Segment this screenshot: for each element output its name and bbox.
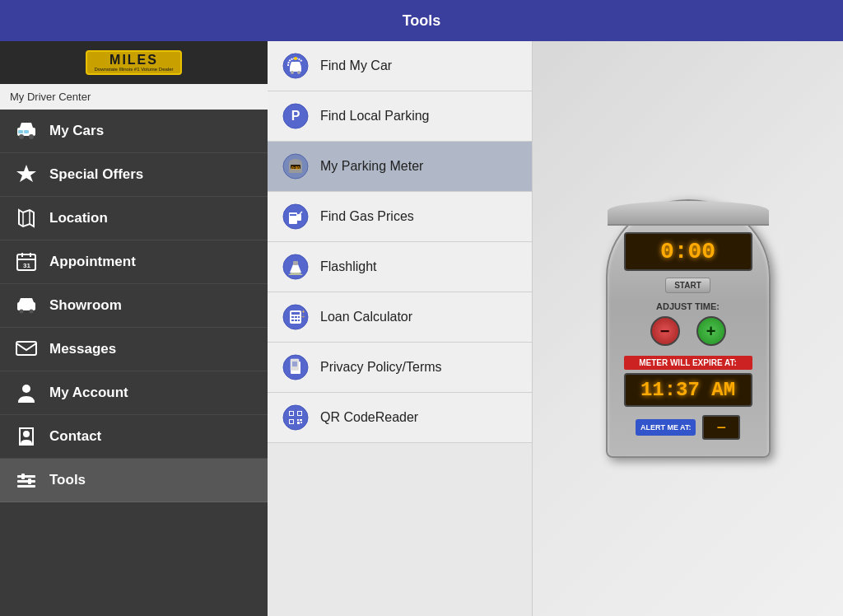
svg-rect-57 bbox=[291, 359, 299, 371]
sidebar-item-contact[interactable]: Contact bbox=[0, 415, 268, 459]
star-icon bbox=[13, 161, 40, 188]
qr-icon bbox=[281, 403, 310, 432]
meter-time-display: 0:00 bbox=[624, 232, 752, 271]
svg-rect-18 bbox=[16, 342, 36, 355]
menu-label-flashlight: Flashlight bbox=[320, 259, 376, 274]
calc-icon: + ÷ bbox=[281, 302, 310, 332]
svg-point-29 bbox=[297, 71, 300, 74]
minus-button[interactable]: − bbox=[650, 316, 680, 346]
person-icon bbox=[13, 380, 40, 406]
svg-rect-21 bbox=[17, 475, 35, 478]
svg-rect-52 bbox=[298, 320, 300, 321]
svg-point-16 bbox=[20, 310, 24, 314]
header-title: Tools bbox=[403, 12, 441, 30]
menu-label-loan-calculator: Loan Calculator bbox=[320, 310, 412, 324]
svg-point-20 bbox=[23, 431, 30, 437]
sidebar-item-tools[interactable]: Tools bbox=[0, 459, 268, 502]
svg-point-28 bbox=[291, 71, 294, 74]
menu-label-privacy-policy: Privacy Policy/Terms bbox=[320, 360, 442, 375]
start-button[interactable]: START bbox=[665, 278, 710, 293]
svg-rect-70 bbox=[297, 422, 300, 424]
sidebar-label-location: Location bbox=[49, 210, 108, 226]
svg-rect-40 bbox=[297, 214, 301, 221]
sidebar-label-messages: Messages bbox=[49, 341, 116, 357]
sidebar-item-appointment[interactable]: 31 Appointment bbox=[0, 240, 268, 284]
sidebar-item-my-account[interactable]: My Account bbox=[0, 371, 268, 415]
parking-meter: 0:00 START ADJUST TIME: − + METER WILL E… bbox=[606, 199, 771, 458]
menu-item-loan-calculator[interactable]: + ÷ Loan Calculator bbox=[268, 292, 532, 343]
meter-top bbox=[608, 201, 769, 226]
svg-rect-49 bbox=[298, 316, 300, 318]
svg-rect-5 bbox=[24, 130, 29, 133]
menu-item-find-gas-prices[interactable]: Find Gas Prices bbox=[268, 192, 532, 242]
svg-rect-67 bbox=[290, 420, 293, 423]
menu-item-flashlight[interactable]: Flashlight bbox=[268, 242, 532, 292]
expire-time-display: 11:37 AM bbox=[624, 373, 752, 407]
parking-icon: P bbox=[281, 101, 310, 131]
svg-rect-23 bbox=[17, 485, 35, 488]
plus-button[interactable]: + bbox=[696, 316, 726, 346]
menu-label-my-parking-meter: My Parking Meter bbox=[320, 159, 423, 174]
svg-marker-6 bbox=[16, 165, 36, 182]
svg-point-61 bbox=[283, 405, 308, 430]
svg-marker-15 bbox=[19, 298, 34, 302]
svg-rect-68 bbox=[297, 419, 299, 421]
svg-rect-65 bbox=[298, 412, 301, 415]
svg-point-19 bbox=[22, 385, 30, 393]
gas-icon bbox=[281, 202, 310, 231]
menu-label-qr-code: QR CodeReader bbox=[320, 410, 418, 425]
menu-item-qr-code[interactable]: QR CodeReader bbox=[268, 393, 532, 443]
svg-marker-1 bbox=[20, 123, 33, 128]
svg-text:31: 31 bbox=[23, 262, 30, 269]
showroom-icon bbox=[13, 292, 40, 319]
flashlight-icon bbox=[281, 252, 310, 282]
sidebar: MILES Downstate Illinois #1 Volume Deale… bbox=[0, 41, 268, 616]
logo-miles-text: MILES bbox=[109, 54, 158, 67]
sidebar-item-messages[interactable]: Messages bbox=[0, 328, 268, 371]
menu-item-privacy-policy[interactable]: Privacy Policy/Terms bbox=[268, 343, 532, 393]
svg-text:P: P bbox=[291, 109, 300, 123]
menu-item-my-parking-meter[interactable]: 0:00 My Parking Meter bbox=[268, 142, 532, 192]
svg-rect-27 bbox=[290, 67, 301, 72]
alert-me-at-button[interactable]: ALERT ME AT: bbox=[636, 419, 696, 436]
svg-rect-24 bbox=[21, 474, 25, 479]
my-driver-center-label: My Driver Center bbox=[0, 84, 268, 110]
menu-label-find-local-parking: Find Local Parking bbox=[320, 109, 430, 124]
header: Tools bbox=[0, 0, 843, 41]
svg-rect-51 bbox=[295, 320, 297, 321]
svg-rect-50 bbox=[291, 320, 294, 321]
adjust-buttons-group: − + bbox=[624, 316, 752, 346]
menu-item-find-my-car[interactable]: Find My Car bbox=[268, 41, 532, 91]
sidebar-label-showroom: Showroom bbox=[49, 297, 122, 314]
svg-rect-43 bbox=[293, 261, 298, 265]
sidebar-label-appointment: Appointment bbox=[49, 254, 136, 270]
sidebar-label-tools: Tools bbox=[49, 472, 86, 488]
expire-time-value: 11:37 AM bbox=[640, 379, 735, 401]
sidebar-label-contact: Contact bbox=[49, 428, 101, 445]
svg-rect-25 bbox=[28, 478, 31, 484]
sidebar-label-my-account: My Account bbox=[49, 385, 128, 401]
svg-point-3 bbox=[29, 134, 34, 139]
svg-rect-63 bbox=[290, 412, 293, 415]
svg-text:0:00: 0:00 bbox=[291, 166, 300, 170]
sidebar-item-special-offers[interactable]: Special Offers bbox=[0, 153, 268, 197]
sidebar-label-my-cars: My Cars bbox=[49, 123, 104, 139]
sidebar-item-showroom[interactable]: Showroom bbox=[0, 284, 268, 328]
expire-label: METER WILL EXPIRE AT: bbox=[624, 356, 752, 370]
svg-rect-71 bbox=[300, 422, 302, 423]
meter-icon: 0:00 bbox=[281, 152, 310, 181]
svg-rect-41 bbox=[290, 214, 296, 216]
meter-body: 0:00 START ADJUST TIME: − + METER WILL E… bbox=[606, 199, 771, 458]
meter-time-value: 0:00 bbox=[660, 239, 715, 264]
sidebar-item-location[interactable]: Location bbox=[0, 197, 268, 240]
svg-rect-46 bbox=[291, 312, 300, 315]
svg-rect-48 bbox=[295, 316, 297, 318]
svg-rect-69 bbox=[300, 419, 302, 421]
alert-dash-display: — bbox=[702, 415, 740, 440]
sidebar-logo: MILES Downstate Illinois #1 Volume Deale… bbox=[0, 41, 268, 84]
svg-point-2 bbox=[19, 134, 24, 139]
svg-rect-14 bbox=[17, 302, 35, 310]
sidebar-item-my-cars[interactable]: My Cars bbox=[0, 110, 268, 153]
menu-item-find-local-parking[interactable]: P Find Local Parking bbox=[268, 91, 532, 142]
svg-point-30 bbox=[294, 57, 297, 60]
